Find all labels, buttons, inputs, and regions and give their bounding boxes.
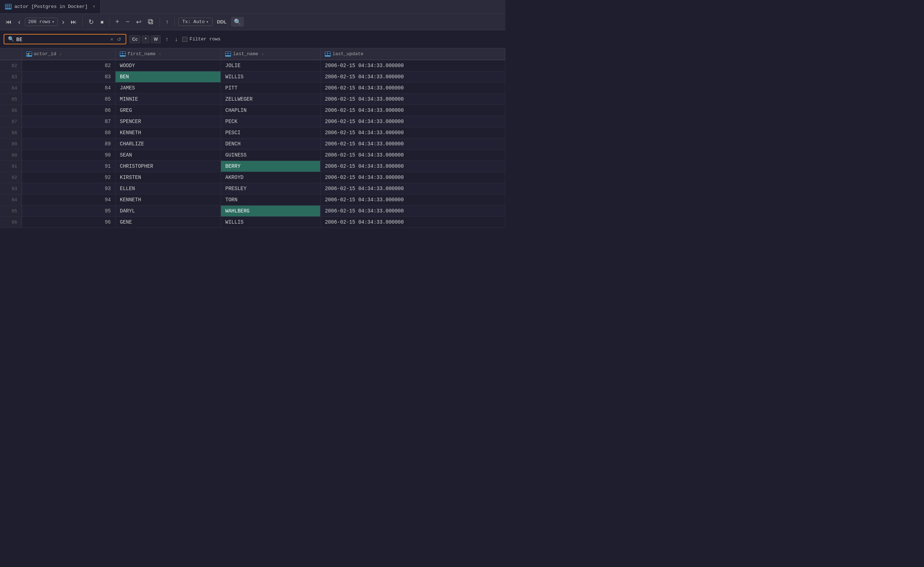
col-label-last-update: last_update (332, 51, 364, 57)
last-update-cell: 2006-02-15 04:34:33.000000 (320, 150, 505, 161)
table-row[interactable]: 82 82 WOODY JOLIE 2006-02-15 04:34:33.00… (0, 60, 505, 71)
stop-button[interactable]: ■ (98, 18, 105, 26)
row-num-cell: 87 (0, 116, 22, 128)
first-name-cell: KENNETH (116, 128, 221, 138)
table-row[interactable]: 91 91 CHRISTOPHER BERRY 2006-02-15 04:34… (0, 161, 505, 172)
filter-rows-wrapper: Filter rows (182, 36, 221, 42)
svg-rect-11 (148, 19, 152, 23)
first-name-cell: CHARLIZE (116, 138, 221, 150)
svg-rect-13 (27, 52, 29, 53)
first-name-cell: CHRISTOPHER (116, 161, 221, 172)
search-toggle-button[interactable]: 🔍 (231, 17, 244, 27)
table-row[interactable]: 89 89 CHARLIZE DENCH 2006-02-15 04:34:33… (0, 138, 505, 150)
first-name-cell: MINNIE (116, 94, 221, 105)
last-update-cell: 2006-02-15 04:34:33.000000 (320, 82, 505, 94)
search-regex-button[interactable]: ↺ (116, 36, 122, 42)
actor-id-cell: 92 (22, 172, 116, 183)
tx-selector[interactable]: Tx: Auto ▾ (178, 18, 213, 26)
actor-tab[interactable]: actor [Postgres in Docker] × (0, 0, 101, 14)
table-row[interactable]: 95 95 DARYL WAHLBERG 2006-02-15 04:34:33… (0, 206, 505, 217)
last-name-cell: AKROYD (221, 172, 320, 183)
svg-rect-29 (325, 52, 328, 53)
svg-rect-27 (228, 54, 231, 55)
search-input[interactable] (16, 36, 108, 42)
last-update-cell: 2006-02-15 04:34:33.000000 (320, 105, 505, 116)
svg-rect-9 (9, 7, 11, 8)
tx-label: Tx: Auto (182, 19, 205, 24)
key-icon (26, 52, 32, 57)
table-row[interactable]: 88 88 KENNETH PESCI 2006-02-15 04:34:33.… (0, 128, 505, 138)
first-name-cell: WOODY (116, 60, 221, 71)
svg-rect-32 (328, 54, 330, 55)
move-up-button[interactable]: ↑ (164, 17, 171, 27)
first-page-button[interactable]: ⏮ (4, 17, 14, 27)
tab-close-button[interactable]: × (93, 4, 95, 9)
last-update-cell: 2006-02-15 04:34:33.000000 (320, 138, 505, 150)
data-table: actor_id ⇕ first_name ⇕ (0, 48, 505, 228)
row-num-cell: 82 (0, 60, 22, 71)
undo-button[interactable]: ↩ (134, 16, 144, 27)
remove-row-button[interactable]: − (123, 16, 132, 27)
rows-selector[interactable]: 200 rows ▾ (25, 18, 58, 26)
col-header-actor-id[interactable]: actor_id ⇕ (22, 48, 116, 60)
svg-rect-1 (5, 4, 7, 5)
col-label-actor-id: actor_id (34, 51, 56, 57)
last-name-cell: PESCI (221, 128, 320, 138)
row-num-cell: 84 (0, 82, 22, 94)
first-name-cell: BEN (116, 71, 221, 82)
table-row[interactable]: 94 94 KENNETH TORN 2006-02-15 04:34:33.0… (0, 194, 505, 206)
ddl-button[interactable]: DDL (215, 18, 229, 26)
svg-rect-2 (7, 4, 9, 5)
sort-icon-first-name: ⇕ (159, 52, 161, 56)
search-next-button[interactable]: ↓ (173, 35, 179, 44)
last-update-cell: 2006-02-15 04:34:33.000000 (320, 116, 505, 128)
actor-id-cell: 95 (22, 206, 116, 217)
prev-page-button[interactable]: ‹ (16, 16, 23, 27)
table-row[interactable]: 86 86 GREG CHAPLIN 2006-02-15 04:34:33.0… (0, 105, 505, 116)
last-name-cell: WILLIS (221, 217, 320, 228)
separator-1 (82, 18, 83, 26)
last-name-cell: PRESLEY (221, 183, 320, 194)
data-table-container: actor_id ⇕ first_name ⇕ (0, 48, 505, 567)
table-row[interactable]: 87 87 SPENCER PECK 2006-02-15 04:34:33.0… (0, 116, 505, 128)
table-row[interactable]: 96 96 GENE WILLIS 2006-02-15 04:34:33.00… (0, 217, 505, 228)
refresh-button[interactable]: ↻ (86, 16, 96, 27)
search-clear-button[interactable]: × (110, 36, 114, 42)
next-page-button[interactable]: › (60, 16, 67, 27)
col-header-rownum (0, 48, 22, 60)
whole-word-button[interactable]: W (151, 35, 161, 43)
clone-icon (148, 19, 154, 25)
last-page-button[interactable]: ⏭ (69, 17, 79, 27)
svg-rect-16 (29, 54, 32, 55)
last-name-cell: TORN (221, 194, 320, 206)
text-col-icon-2 (225, 52, 231, 57)
actor-id-cell: 89 (22, 138, 116, 150)
filter-rows-checkbox[interactable] (182, 37, 187, 42)
first-name-cell: ELLEN (116, 183, 221, 194)
table-row[interactable]: 83 83 BEN WILLIS 2006-02-15 04:34:33.000… (0, 71, 505, 82)
table-row[interactable]: 93 93 ELLEN PRESLEY 2006-02-15 04:34:33.… (0, 183, 505, 194)
sort-icon-last-name: ⇕ (262, 52, 264, 56)
table-row[interactable]: 92 92 KIRSTEN AKROYD 2006-02-15 04:34:33… (0, 172, 505, 183)
case-sensitive-button[interactable]: Cc (129, 35, 140, 43)
tx-arrow: ▾ (206, 20, 209, 24)
clone-button[interactable] (146, 18, 156, 26)
col-header-last-name[interactable]: last_name ⇕ (221, 48, 320, 60)
table-body: 82 82 WOODY JOLIE 2006-02-15 04:34:33.00… (0, 60, 505, 228)
svg-rect-8 (7, 7, 9, 8)
table-row[interactable]: 84 84 JAMES PITT 2006-02-15 04:34:33.000… (0, 82, 505, 94)
row-num-cell: 86 (0, 105, 22, 116)
first-name-cell: DARYL (116, 206, 221, 217)
separator-4 (174, 18, 175, 26)
table-row[interactable]: 90 90 SEAN GUINESS 2006-02-15 04:34:33.0… (0, 150, 505, 161)
table-row[interactable]: 85 85 MINNIE ZELLWEGER 2006-02-15 04:34:… (0, 94, 505, 105)
col-header-first-name[interactable]: first_name ⇕ (116, 48, 221, 60)
svg-rect-21 (123, 52, 125, 53)
col-header-last-update[interactable]: last_update (320, 48, 505, 60)
add-row-button[interactable]: + (113, 16, 122, 27)
svg-rect-19 (120, 52, 122, 53)
svg-rect-10 (149, 20, 153, 24)
any-match-button[interactable]: * (142, 35, 149, 43)
last-update-cell: 2006-02-15 04:34:33.000000 (320, 206, 505, 217)
search-prev-button[interactable]: ↑ (164, 35, 170, 44)
